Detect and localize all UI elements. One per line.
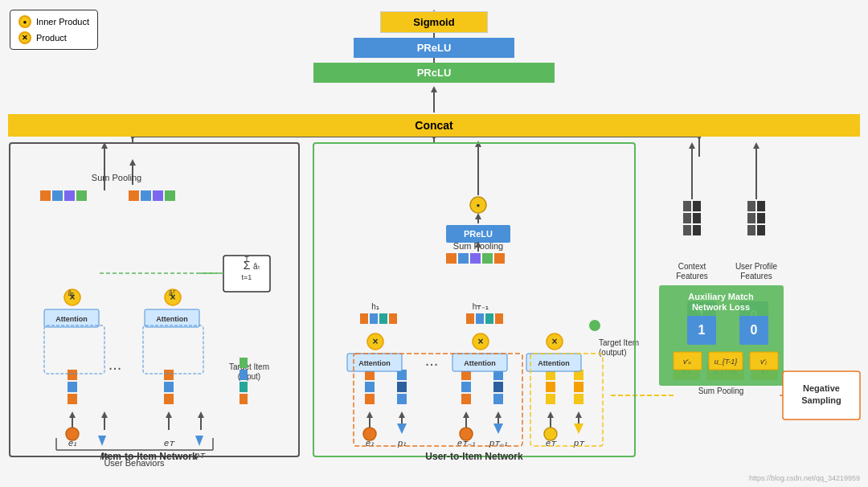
svg-rect-157 bbox=[693, 225, 701, 235]
svg-rect-73 bbox=[164, 394, 174, 404]
svg-text:1: 1 bbox=[698, 323, 706, 337]
svg-text:Attention: Attention bbox=[358, 359, 391, 367]
svg-rect-69 bbox=[68, 370, 77, 380]
svg-text:Features: Features bbox=[676, 272, 707, 280]
svg-marker-71 bbox=[98, 436, 106, 446]
svg-text:Sum Pooling: Sum Pooling bbox=[698, 387, 744, 395]
svg-point-86 bbox=[544, 428, 557, 440]
svg-point-36 bbox=[64, 289, 80, 305]
svg-point-126 bbox=[473, 334, 489, 350]
svg-marker-153 bbox=[475, 213, 481, 219]
svg-text:Context: Context bbox=[678, 262, 706, 271]
svg-text:0: 0 bbox=[751, 323, 758, 337]
svg-text:e₁: e₁ bbox=[366, 438, 374, 448]
svg-text:â₁: â₁ bbox=[68, 289, 75, 297]
svg-rect-94 bbox=[397, 382, 407, 392]
svg-text:eᴛ₋₁: eᴛ₋₁ bbox=[457, 438, 475, 448]
svg-rect-102 bbox=[546, 394, 555, 404]
svg-marker-35 bbox=[575, 411, 582, 418]
svg-rect-95 bbox=[397, 370, 407, 380]
svg-text:Network Loss: Network Loss bbox=[692, 302, 750, 312]
svg-rect-168 bbox=[747, 201, 755, 211]
svg-rect-201 bbox=[783, 371, 860, 419]
svg-text:eᴛ: eᴛ bbox=[546, 438, 557, 448]
svg-text:p₁: p₁ bbox=[100, 450, 108, 460]
svg-marker-88 bbox=[493, 424, 503, 434]
svg-marker-5 bbox=[431, 86, 437, 92]
svg-text:Attention: Attention bbox=[538, 359, 570, 367]
svg-text:pᴛ: pᴛ bbox=[573, 438, 585, 448]
svg-text:e₁: e₁ bbox=[68, 438, 76, 448]
svg-rect-215 bbox=[44, 325, 104, 374]
svg-marker-173 bbox=[689, 142, 695, 149]
prelu-box: PReLU bbox=[354, 38, 514, 58]
svg-text:User-to-Item  Network: User-to-Item Network bbox=[425, 451, 523, 462]
concat-bar: Concat bbox=[8, 114, 860, 137]
svg-rect-169 bbox=[757, 201, 765, 211]
svg-rect-74 bbox=[164, 382, 174, 392]
svg-text:Sum Pooling: Sum Pooling bbox=[92, 173, 141, 182]
svg-rect-143 bbox=[470, 253, 481, 264]
svg-rect-120 bbox=[476, 313, 484, 324]
svg-marker-87 bbox=[397, 424, 407, 434]
svg-rect-99 bbox=[493, 394, 503, 404]
svg-text:p₁: p₁ bbox=[397, 438, 406, 448]
svg-rect-146 bbox=[446, 225, 510, 243]
svg-rect-211 bbox=[313, 143, 635, 456]
svg-rect-42 bbox=[145, 309, 199, 327]
svg-marker-54 bbox=[101, 142, 108, 149]
svg-marker-25 bbox=[366, 411, 373, 418]
svg-rect-166 bbox=[747, 213, 755, 223]
svg-marker-27 bbox=[399, 411, 405, 418]
svg-rect-80 bbox=[240, 382, 248, 392]
main-container: × × Attention Attention Sum Pooling ... … bbox=[0, 0, 868, 487]
svg-rect-191 bbox=[739, 316, 768, 345]
svg-text:Negative: Negative bbox=[803, 383, 840, 393]
svg-marker-77 bbox=[195, 436, 203, 446]
svg-point-84 bbox=[363, 428, 376, 440]
svg-rect-119 bbox=[466, 313, 474, 324]
svg-rect-216 bbox=[143, 325, 203, 374]
svg-text:●: ● bbox=[477, 202, 481, 209]
svg-rect-91 bbox=[365, 382, 375, 392]
svg-rect-117 bbox=[389, 313, 397, 324]
svg-rect-105 bbox=[574, 394, 583, 404]
svg-text:User Profile: User Profile bbox=[735, 262, 778, 271]
svg-rect-67 bbox=[68, 394, 77, 404]
svg-rect-164 bbox=[747, 225, 755, 235]
svg-marker-23 bbox=[198, 411, 204, 418]
svg-rect-116 bbox=[379, 313, 387, 324]
svg-text:...: ... bbox=[108, 355, 122, 373]
svg-rect-156 bbox=[683, 225, 691, 235]
svg-rect-165 bbox=[757, 225, 765, 235]
svg-rect-176 bbox=[687, 301, 716, 330]
svg-text:eᴛ: eᴛ bbox=[164, 438, 175, 448]
svg-point-85 bbox=[460, 428, 473, 440]
svg-text:×: × bbox=[372, 336, 378, 347]
svg-rect-79 bbox=[240, 394, 248, 404]
svg-rect-180 bbox=[674, 362, 699, 379]
svg-marker-19 bbox=[101, 411, 108, 418]
svg-rect-40 bbox=[44, 309, 99, 327]
svg-text:hᴛ₋₁: hᴛ₋₁ bbox=[473, 302, 489, 311]
svg-text:t=1: t=1 bbox=[242, 273, 252, 281]
svg-rect-46 bbox=[52, 190, 63, 201]
svg-rect-159 bbox=[693, 213, 701, 223]
svg-rect-92 bbox=[365, 370, 375, 380]
svg-text:Attention: Attention bbox=[464, 359, 496, 367]
svg-rect-96 bbox=[461, 394, 471, 404]
prelu-label: PReLU bbox=[417, 42, 452, 54]
svg-text:PReLU: PReLU bbox=[464, 229, 493, 239]
svg-text:Attention: Attention bbox=[156, 315, 188, 323]
svg-text:pᴛ: pᴛ bbox=[194, 450, 206, 460]
svg-marker-15 bbox=[129, 159, 136, 166]
svg-rect-58 bbox=[223, 256, 270, 292]
svg-text:âₜ: âₜ bbox=[253, 262, 260, 271]
svg-point-83 bbox=[66, 428, 79, 440]
svg-text:1: 1 bbox=[698, 309, 706, 322]
svg-rect-45 bbox=[40, 190, 51, 201]
svg-text:u_{T-1}: u_{T-1} bbox=[714, 367, 737, 375]
svg-marker-17 bbox=[69, 411, 76, 418]
svg-rect-132 bbox=[452, 354, 507, 371]
svg-text:User Behaviors: User Behaviors bbox=[104, 458, 165, 468]
